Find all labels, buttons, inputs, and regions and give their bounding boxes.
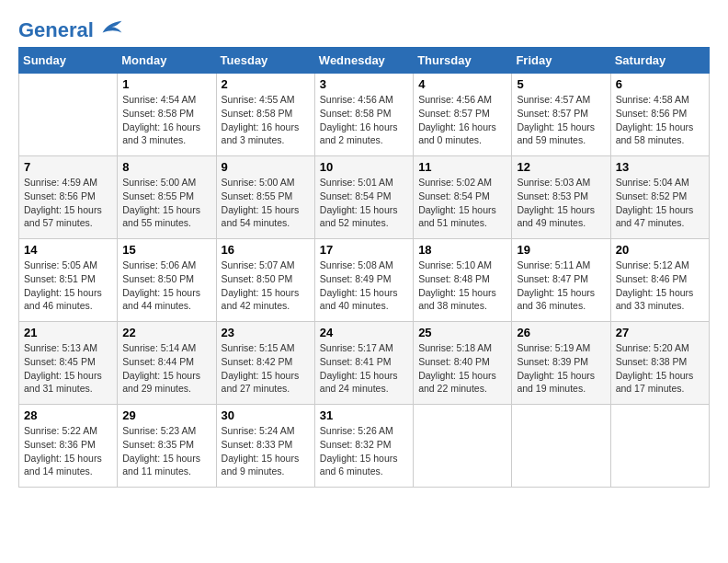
day-info: Sunrise: 5:19 AM Sunset: 8:39 PM Dayligh… [517, 341, 605, 396]
day-number: 8 [122, 160, 210, 174]
day-number: 23 [222, 326, 310, 339]
calendar-cell: 9Sunrise: 5:00 AM Sunset: 8:55 PM Daylig… [216, 156, 314, 239]
day-info: Sunrise: 5:23 AM Sunset: 8:35 PM Dayligh… [122, 424, 210, 478]
day-info: Sunrise: 4:54 AM Sunset: 8:58 PM Dayligh… [122, 93, 210, 147]
day-number: 21 [24, 326, 112, 339]
day-info: Sunrise: 5:03 AM Sunset: 8:53 PM Dayligh… [517, 176, 605, 230]
day-info: Sunrise: 5:08 AM Sunset: 8:49 PM Dayligh… [320, 259, 408, 313]
day-info: Sunrise: 5:07 AM Sunset: 8:50 PM Dayligh… [222, 259, 310, 313]
weekday-header: Saturday [610, 48, 709, 74]
day-info: Sunrise: 5:12 AM Sunset: 8:46 PM Dayligh… [616, 259, 704, 313]
day-info: Sunrise: 5:14 AM Sunset: 8:44 PM Dayligh… [122, 341, 210, 396]
calendar-cell: 4Sunrise: 4:56 AM Sunset: 8:57 PM Daylig… [414, 74, 512, 156]
day-info: Sunrise: 5:18 AM Sunset: 8:40 PM Dayligh… [418, 341, 506, 396]
day-info: Sunrise: 4:57 AM Sunset: 8:57 PM Dayligh… [517, 93, 605, 147]
day-info: Sunrise: 5:05 AM Sunset: 8:51 PM Dayligh… [24, 259, 112, 313]
calendar-cell: 2Sunrise: 4:55 AM Sunset: 8:58 PM Daylig… [216, 74, 314, 156]
weekday-header: Sunday [19, 48, 118, 74]
calendar-cell: 23Sunrise: 5:15 AM Sunset: 8:42 PM Dayli… [216, 322, 314, 405]
weekday-header: Thursday [414, 48, 512, 74]
day-number: 11 [418, 160, 506, 174]
day-info: Sunrise: 5:20 AM Sunset: 8:38 PM Dayligh… [616, 341, 704, 396]
day-number: 20 [616, 243, 704, 257]
day-info: Sunrise: 5:02 AM Sunset: 8:54 PM Dayligh… [418, 176, 506, 230]
day-number: 31 [320, 408, 408, 422]
day-number: 17 [320, 243, 408, 257]
day-info: Sunrise: 4:59 AM Sunset: 8:56 PM Dayligh… [24, 176, 112, 230]
calendar-cell: 13Sunrise: 5:04 AM Sunset: 8:52 PM Dayli… [610, 156, 709, 239]
day-info: Sunrise: 5:04 AM Sunset: 8:52 PM Dayligh… [616, 176, 704, 230]
logo: General [18, 18, 123, 38]
calendar-cell: 26Sunrise: 5:19 AM Sunset: 8:39 PM Dayli… [512, 322, 610, 405]
day-info: Sunrise: 5:22 AM Sunset: 8:36 PM Dayligh… [24, 424, 112, 478]
day-number: 4 [418, 77, 506, 91]
day-number: 26 [517, 326, 605, 339]
calendar-cell: 6Sunrise: 4:58 AM Sunset: 8:56 PM Daylig… [610, 74, 709, 156]
day-number: 12 [517, 160, 605, 174]
day-info: Sunrise: 5:24 AM Sunset: 8:33 PM Dayligh… [222, 424, 310, 478]
calendar-cell [19, 74, 118, 156]
calendar-cell: 22Sunrise: 5:14 AM Sunset: 8:44 PM Dayli… [118, 322, 216, 405]
day-number: 5 [517, 77, 605, 91]
calendar-cell: 21Sunrise: 5:13 AM Sunset: 8:45 PM Dayli… [19, 322, 118, 405]
day-info: Sunrise: 5:13 AM Sunset: 8:45 PM Dayligh… [24, 341, 112, 396]
day-info: Sunrise: 5:17 AM Sunset: 8:41 PM Dayligh… [320, 341, 408, 396]
calendar-cell: 25Sunrise: 5:18 AM Sunset: 8:40 PM Dayli… [414, 322, 512, 405]
calendar-cell: 27Sunrise: 5:20 AM Sunset: 8:38 PM Dayli… [610, 322, 709, 405]
day-info: Sunrise: 5:06 AM Sunset: 8:50 PM Dayligh… [122, 259, 210, 313]
day-info: Sunrise: 5:00 AM Sunset: 8:55 PM Dayligh… [122, 176, 210, 230]
day-info: Sunrise: 4:55 AM Sunset: 8:58 PM Dayligh… [222, 93, 310, 147]
day-number: 7 [24, 160, 112, 174]
calendar-cell: 18Sunrise: 5:10 AM Sunset: 8:48 PM Dayli… [414, 239, 512, 322]
day-info: Sunrise: 5:11 AM Sunset: 8:47 PM Dayligh… [517, 259, 605, 313]
day-number: 28 [24, 408, 112, 422]
calendar-cell [512, 405, 610, 488]
day-number: 22 [122, 326, 210, 339]
calendar-cell: 28Sunrise: 5:22 AM Sunset: 8:36 PM Dayli… [19, 405, 118, 488]
day-number: 6 [616, 77, 704, 91]
weekday-header: Tuesday [216, 48, 314, 74]
day-number: 24 [320, 326, 408, 339]
calendar-cell: 1Sunrise: 4:54 AM Sunset: 8:58 PM Daylig… [118, 74, 216, 156]
day-number: 3 [320, 77, 408, 91]
day-number: 9 [222, 160, 310, 174]
day-info: Sunrise: 5:26 AM Sunset: 8:32 PM Dayligh… [320, 424, 408, 478]
calendar-cell: 3Sunrise: 4:56 AM Sunset: 8:58 PM Daylig… [314, 74, 413, 156]
day-number: 13 [616, 160, 704, 174]
calendar-cell: 29Sunrise: 5:23 AM Sunset: 8:35 PM Dayli… [118, 405, 216, 488]
calendar-cell: 12Sunrise: 5:03 AM Sunset: 8:53 PM Dayli… [512, 156, 610, 239]
calendar-cell: 8Sunrise: 5:00 AM Sunset: 8:55 PM Daylig… [118, 156, 216, 239]
day-number: 16 [222, 243, 310, 257]
day-number: 10 [320, 160, 408, 174]
day-number: 1 [122, 77, 210, 91]
calendar-cell [414, 405, 512, 488]
day-info: Sunrise: 5:10 AM Sunset: 8:48 PM Dayligh… [418, 259, 506, 313]
day-info: Sunrise: 5:01 AM Sunset: 8:54 PM Dayligh… [320, 176, 408, 230]
weekday-header: Monday [118, 48, 216, 74]
weekday-header: Friday [512, 48, 610, 74]
calendar-cell: 7Sunrise: 4:59 AM Sunset: 8:56 PM Daylig… [19, 156, 118, 239]
day-number: 25 [418, 326, 506, 339]
calendar-cell: 5Sunrise: 4:57 AM Sunset: 8:57 PM Daylig… [512, 74, 610, 156]
day-number: 2 [222, 77, 310, 91]
day-info: Sunrise: 4:56 AM Sunset: 8:58 PM Dayligh… [320, 93, 408, 147]
calendar-cell: 17Sunrise: 5:08 AM Sunset: 8:49 PM Dayli… [314, 239, 413, 322]
day-info: Sunrise: 5:00 AM Sunset: 8:55 PM Dayligh… [222, 176, 310, 230]
day-number: 18 [418, 243, 506, 257]
day-info: Sunrise: 5:15 AM Sunset: 8:42 PM Dayligh… [222, 341, 310, 396]
logo-text: General [18, 18, 123, 41]
day-number: 15 [122, 243, 210, 257]
calendar-cell: 16Sunrise: 5:07 AM Sunset: 8:50 PM Dayli… [216, 239, 314, 322]
day-number: 19 [517, 243, 605, 257]
calendar-table: SundayMondayTuesdayWednesdayThursdayFrid… [18, 47, 710, 488]
calendar-cell: 31Sunrise: 5:26 AM Sunset: 8:32 PM Dayli… [314, 405, 413, 488]
calendar-cell: 10Sunrise: 5:01 AM Sunset: 8:54 PM Dayli… [314, 156, 413, 239]
day-number: 30 [222, 408, 310, 422]
calendar-cell: 20Sunrise: 5:12 AM Sunset: 8:46 PM Dayli… [610, 239, 709, 322]
day-number: 29 [122, 408, 210, 422]
calendar-cell: 24Sunrise: 5:17 AM Sunset: 8:41 PM Dayli… [314, 322, 413, 405]
calendar-cell: 30Sunrise: 5:24 AM Sunset: 8:33 PM Dayli… [216, 405, 314, 488]
calendar-cell: 19Sunrise: 5:11 AM Sunset: 8:47 PM Dayli… [512, 239, 610, 322]
calendar-cell [610, 405, 709, 488]
day-number: 27 [616, 326, 704, 339]
